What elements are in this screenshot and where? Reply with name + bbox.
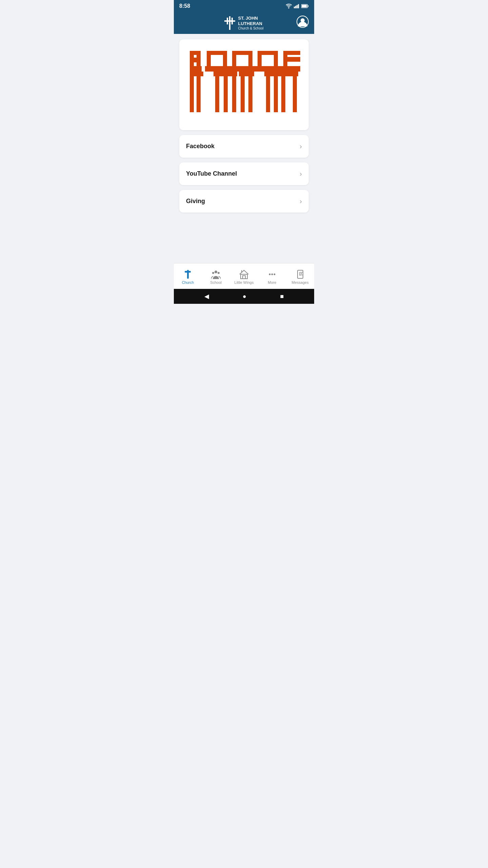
giving-label: Giving (186, 198, 205, 205)
svg-point-53 (271, 273, 273, 275)
svg-rect-55 (298, 270, 303, 278)
bottom-nav: Church School Little Wings (174, 263, 314, 289)
svg-rect-2 (297, 5, 298, 8)
svg-point-48 (218, 272, 220, 274)
android-nav: ◀ ● ■ (174, 289, 314, 304)
church-icon (183, 270, 192, 279)
svg-rect-31 (190, 72, 194, 112)
logo-card (179, 39, 309, 130)
svg-rect-50 (243, 276, 245, 279)
facebook-arrow: › (300, 142, 302, 150)
android-recent-button[interactable]: ■ (280, 293, 284, 300)
svg-rect-49 (241, 274, 247, 279)
tab-messages-label: Messages (292, 280, 309, 284)
more-icon (267, 270, 277, 279)
facebook-label: Facebook (186, 143, 215, 150)
youtube-menu-item[interactable]: YouTube Channel › (179, 162, 309, 185)
svg-rect-9 (227, 18, 228, 24)
status-bar: 8:58 (174, 0, 314, 12)
svg-point-54 (273, 273, 275, 275)
svg-rect-1 (295, 6, 296, 8)
wifi-icon (286, 4, 292, 8)
svg-point-52 (269, 273, 270, 275)
tab-little-wings[interactable]: Little Wings (234, 270, 254, 284)
main-content: Facebook › YouTube Channel › Giving › (174, 34, 314, 263)
svg-rect-44 (239, 72, 254, 76)
tab-little-wings-label: Little Wings (235, 280, 254, 284)
battery-icon (301, 4, 309, 8)
svg-point-46 (215, 271, 217, 273)
svg-rect-6 (302, 5, 307, 7)
svg-rect-7 (229, 16, 230, 30)
status-icons (286, 4, 309, 8)
nav-subtitle: Church & School (238, 26, 263, 31)
youtube-arrow: › (300, 170, 302, 178)
tab-church-label: Church (182, 280, 194, 284)
svg-rect-36 (241, 72, 245, 112)
tab-more[interactable]: More (262, 270, 282, 284)
giving-menu-item[interactable]: Giving › (179, 190, 309, 213)
nav-logo: ST. JOHN LUTHERAN Church & School (224, 16, 263, 30)
svg-rect-41 (293, 72, 297, 112)
svg-rect-56 (300, 272, 303, 275)
svg-rect-38 (266, 72, 270, 112)
svg-rect-33 (215, 72, 219, 112)
svg-rect-37 (248, 72, 252, 112)
little-wings-icon (239, 270, 249, 279)
nav-cross-icon (224, 16, 235, 30)
tab-school-label: School (210, 280, 222, 284)
youtube-label: YouTube Channel (186, 170, 237, 177)
svg-rect-45 (264, 72, 298, 76)
svg-point-47 (212, 272, 214, 274)
tab-messages[interactable]: Messages (290, 270, 310, 284)
tab-more-label: More (268, 280, 276, 284)
svg-rect-10 (231, 18, 233, 24)
nav-title: ST. JOHN LUTHERAN (238, 16, 263, 26)
messages-icon (296, 270, 305, 279)
svg-rect-30 (202, 66, 205, 72)
svg-rect-32 (197, 72, 201, 112)
android-home-button[interactable]: ● (243, 293, 246, 300)
svg-rect-35 (232, 72, 236, 112)
svg-rect-3 (298, 4, 299, 8)
svg-rect-29 (190, 66, 300, 72)
svg-rect-39 (274, 72, 278, 112)
tab-church[interactable]: Church (178, 270, 198, 284)
svg-rect-43 (214, 72, 237, 76)
svg-rect-40 (281, 72, 285, 112)
profile-button[interactable] (297, 16, 309, 31)
main-logo (186, 47, 302, 122)
profile-icon (297, 16, 309, 28)
android-back-button[interactable]: ◀ (204, 293, 209, 300)
facebook-menu-item[interactable]: Facebook › (179, 135, 309, 158)
svg-rect-8 (224, 20, 235, 22)
svg-rect-28 (283, 57, 300, 62)
status-time: 8:58 (179, 3, 190, 9)
svg-rect-16 (190, 58, 201, 62)
svg-rect-34 (224, 72, 228, 112)
svg-rect-0 (294, 7, 295, 8)
svg-rect-5 (308, 5, 309, 7)
top-nav: ST. JOHN LUTHERAN Church & School (174, 12, 314, 34)
giving-arrow: › (300, 197, 302, 205)
tab-school[interactable]: School (206, 270, 226, 284)
school-icon (211, 270, 221, 279)
svg-rect-42 (190, 72, 203, 76)
signal-icon (294, 4, 299, 8)
